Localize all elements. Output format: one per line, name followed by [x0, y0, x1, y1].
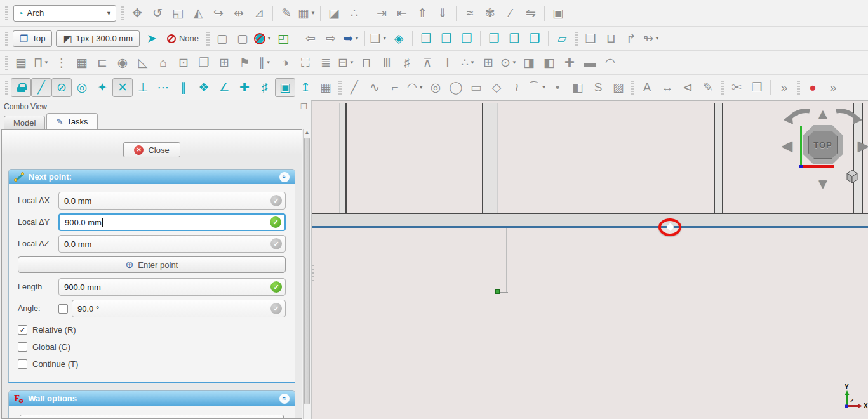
tab-tasks[interactable]: ✎Tasks — [46, 113, 97, 129]
navigate-forward-icon[interactable]: ⇨ — [321, 29, 341, 48]
offset-icon[interactable]: ↪ — [208, 4, 229, 23]
draft-facebinder-icon[interactable]: ◧ — [568, 78, 588, 97]
toolbar-drag-handle[interactable] — [721, 81, 724, 95]
dropdown-arrow-icon[interactable]: ▼ — [267, 36, 272, 41]
draft-rectangle-icon[interactable]: ▭ — [466, 78, 486, 97]
arch-axis-icon[interactable]: ◑ — [275, 53, 295, 72]
nav-arrow-up[interactable]: ▲ — [816, 106, 830, 123]
wall-object[interactable] — [714, 103, 723, 213]
trimex-icon[interactable]: ⊿ — [249, 4, 269, 23]
line-style-button-button[interactable]: ◩1px | 300.0 mm — [56, 30, 140, 47]
draft-dimension-icon[interactable]: ↔ — [657, 78, 678, 97]
array-icon[interactable]: ▦▼ — [297, 4, 317, 23]
toggle-grid-icon[interactable]: ▦ — [316, 78, 336, 97]
part-box-icon[interactable]: ❏ — [580, 29, 601, 48]
wire-to-bspline-icon[interactable]: ≈ — [460, 4, 480, 23]
arch-wall-icon[interactable]: ▤ — [11, 53, 31, 72]
draft-arc-icon[interactable]: ◠▼ — [405, 78, 425, 97]
wall-object[interactable] — [339, 103, 347, 213]
workbench-selector[interactable]: ◔Arch▼ — [13, 5, 116, 22]
orbit-left-arrow-icon[interactable] — [783, 106, 812, 125]
select-group-icon[interactable]: ▢ — [232, 29, 253, 48]
arch-material-icon[interactable]: ∴▼ — [458, 53, 478, 72]
working-plane-button-button[interactable]: ❒Top — [13, 30, 52, 47]
toolbar-drag-handle[interactable] — [121, 6, 124, 20]
arch-building-icon[interactable]: ⌂ — [153, 53, 173, 72]
edit-icon[interactable]: ✎ — [276, 4, 297, 23]
draft-fillet-icon[interactable]: ⌐ — [385, 78, 405, 97]
nav-arrow-left[interactable]: ◀ — [782, 138, 792, 154]
task-panel-scrollbar[interactable]: ▲ — [303, 129, 310, 419]
scrollbar-thumb[interactable] — [304, 138, 310, 404]
snap-parallel-icon[interactable]: ∥ — [173, 78, 194, 97]
local-delta-z-input[interactable]: 0.0 mm✓ — [58, 235, 286, 253]
orbit-right-arrow-icon[interactable] — [834, 106, 863, 125]
view-bottom-icon[interactable]: ❒ — [504, 29, 524, 48]
arch-fence-icon[interactable]: ♯ — [397, 53, 417, 72]
draft-text-icon[interactable]: A — [637, 78, 657, 97]
mirror-icon[interactable]: ◭ — [188, 4, 208, 23]
continue-checkbox[interactable] — [18, 359, 27, 369]
nav-arrow-right[interactable]: ▶ — [858, 138, 868, 154]
draft-label-icon[interactable]: ⊲ — [678, 78, 698, 97]
annotation-styles-icon[interactable]: ✎ — [698, 78, 718, 97]
measure-distance-icon[interactable]: ▱ — [552, 29, 572, 48]
join-icon[interactable]: ⇥ — [371, 4, 392, 23]
toolbar-drag-handle[interactable] — [797, 81, 800, 95]
edit-copy-icon[interactable]: ❐ — [747, 78, 767, 97]
arch-pipe-icon[interactable]: ⊙▼ — [498, 53, 519, 72]
snap-ortho-icon[interactable]: ✚ — [234, 78, 255, 97]
collapse-section-icon[interactable]: « — [279, 172, 290, 182]
toolbar-drag-handle[interactable] — [5, 32, 8, 46]
arch-column-grid-icon[interactable]: Ⅲ — [377, 53, 397, 72]
folder-open-icon[interactable]: ⊔ — [601, 29, 621, 48]
draft-hatch-icon[interactable]: ▨ — [608, 78, 629, 97]
arch-profile-icon[interactable]: I — [437, 53, 458, 72]
layers-icon[interactable]: ▣ — [548, 4, 568, 23]
toolbar-drag-handle[interactable] — [5, 6, 8, 20]
dropdown-arrow-icon[interactable]: ▼ — [418, 84, 424, 90]
collapse-section-icon[interactable]: « — [279, 394, 290, 404]
rotate-icon[interactable]: ↺ — [147, 4, 168, 23]
selection-view-icon[interactable]: ▢ — [212, 29, 232, 48]
autogroup-button[interactable]: None — [162, 34, 204, 43]
toolbar-overflow-icon[interactable]: » — [774, 78, 794, 97]
dropdown-arrow-icon[interactable]: ▼ — [512, 60, 517, 65]
navigation-cube[interactable]: TOP — [803, 125, 843, 164]
snap-grid-icon[interactable]: ♯ — [255, 78, 275, 97]
snap-midpoint-icon[interactable]: ⊘ — [51, 78, 72, 97]
arch-site-icon[interactable]: ◺ — [133, 53, 153, 72]
stretch-icon[interactable]: ⇹ — [229, 4, 249, 23]
export-icon[interactable]: ↱ — [621, 29, 641, 48]
toggle-working-plane-icon[interactable]: ▣ — [275, 78, 295, 97]
downgrade-icon[interactable]: ⇓ — [432, 4, 453, 23]
arch-pipes-icon[interactable]: ∥▼ — [255, 53, 275, 72]
draft-shapestring-icon[interactable]: S — [588, 78, 608, 97]
enter-point-button[interactable]: ⊕Enter point — [18, 256, 286, 273]
dropdown-arrow-icon[interactable]: ▼ — [542, 84, 547, 90]
point-array-icon[interactable]: ∴ — [344, 4, 364, 23]
draft-polygon-icon[interactable]: ◇ — [486, 78, 507, 97]
edit-cut-icon[interactable]: ✂ — [726, 78, 747, 97]
splitter-handle[interactable] — [312, 265, 314, 284]
dropdown-arrow-icon[interactable]: ▼ — [470, 60, 475, 65]
subelement-highlight-icon[interactable]: ◪ — [324, 4, 344, 23]
shape-2d-view-icon[interactable]: ✾ — [480, 4, 500, 23]
arch-rebar-icon[interactable]: ⋮ — [51, 53, 72, 72]
3d-viewport[interactable]: ▲ ▼ ◀ ▶ TOP Y X Z — [311, 100, 868, 419]
move-icon[interactable]: ✥ — [127, 4, 147, 23]
toggle-snap-icon[interactable]: ▼ — [253, 29, 273, 48]
snap-special-icon[interactable]: ✦ — [92, 78, 112, 97]
float-panel-icon[interactable]: ❐ — [300, 102, 307, 111]
highlighted-wall-edge[interactable] — [312, 226, 868, 228]
angle-checkbox[interactable] — [58, 304, 68, 314]
toolbar-drag-handle[interactable] — [5, 56, 8, 70]
arch-stairs-icon[interactable]: ≣ — [316, 53, 336, 72]
axonometric-view-icon[interactable]: ◈ — [389, 29, 409, 48]
snap-working-plane-icon[interactable]: ❖ — [194, 78, 214, 97]
view-top-icon[interactable]: ❒ — [436, 29, 457, 48]
slope-icon[interactable]: ∕ — [500, 4, 521, 23]
toolbar-drag-handle[interactable] — [631, 81, 634, 95]
view-front-icon[interactable]: ❒ — [416, 29, 436, 48]
upgrade-icon[interactable]: ⇑ — [412, 4, 432, 23]
